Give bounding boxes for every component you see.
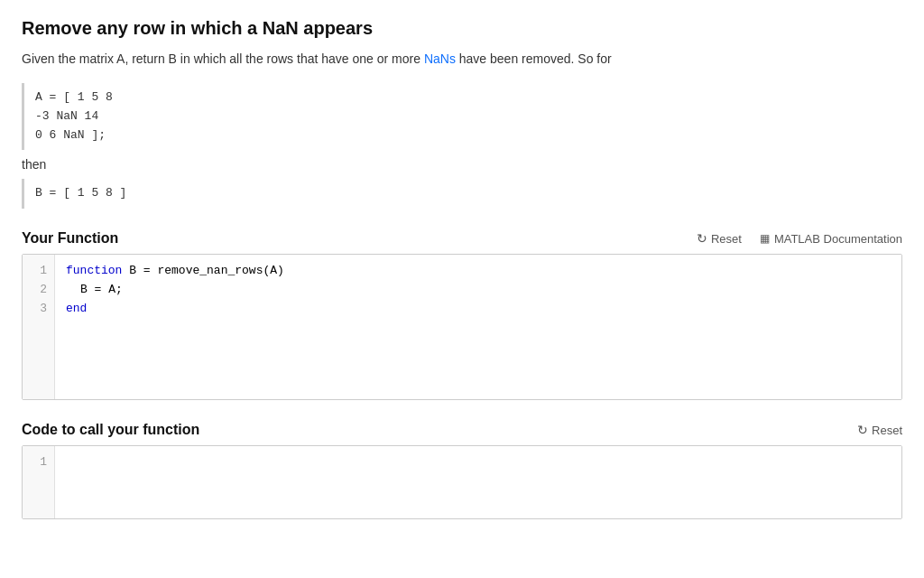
- then-label: then: [22, 157, 902, 172]
- code-editor[interactable]: 1 2 3 function B = remove_nan_rows(A) B …: [23, 255, 901, 399]
- line-numbers: 1 2 3: [23, 255, 55, 399]
- call-function-editor: 1: [22, 445, 902, 519]
- matlab-docs-button[interactable]: ▦ MATLAB Documentation: [760, 232, 902, 246]
- code-lines[interactable]: function B = remove_nan_rows(A) B = A; e…: [55, 255, 901, 399]
- call-line-numbers: 1: [23, 446, 55, 518]
- reset-icon: ↻: [697, 231, 707, 246]
- line-num-1: 1: [23, 262, 54, 281]
- line-num-3: 3: [23, 300, 54, 319]
- your-function-actions: ↻ Reset ▦ MATLAB Documentation: [697, 231, 902, 246]
- matrix-b-code: B = [ 1 5 8 ]: [22, 179, 902, 209]
- call-function-title: Code to call your function: [22, 422, 199, 438]
- keyword-function: function: [66, 264, 122, 277]
- code-line-1: function B = remove_nan_rows(A): [66, 262, 891, 281]
- call-code-editor[interactable]: 1: [23, 446, 901, 518]
- reset-label: Reset: [711, 232, 742, 246]
- call-function-section-header: Code to call your function ↻ Reset: [22, 422, 902, 438]
- keyword-end: end: [66, 302, 87, 315]
- code-line-2: B = A;: [66, 281, 891, 300]
- call-reset-label: Reset: [872, 424, 902, 437]
- docs-icon: ▦: [760, 232, 770, 245]
- page-title: Remove any row in which a NaN appears: [22, 18, 902, 39]
- call-function-reset-button[interactable]: ↻ Reset: [857, 423, 902, 437]
- call-reset-icon: ↻: [857, 423, 868, 437]
- your-function-title: Your Function: [22, 230, 118, 247]
- nan-link[interactable]: NaNs: [424, 51, 456, 66]
- matlab-docs-label: MATLAB Documentation: [774, 232, 902, 246]
- code-b-assign: B = A;: [80, 283, 123, 296]
- your-function-reset-button[interactable]: ↻ Reset: [697, 231, 742, 246]
- code-line-3: end: [66, 300, 891, 319]
- call-line-num-1: 1: [23, 453, 54, 472]
- call-code-lines[interactable]: [55, 446, 901, 518]
- description: Given the matrix A, return B in which al…: [22, 50, 902, 69]
- line-num-2: 2: [23, 281, 54, 300]
- call-code-line-1: [66, 453, 891, 472]
- your-function-editor: 1 2 3 function B = remove_nan_rows(A) B …: [22, 254, 902, 400]
- matrix-a-code: A = [ 1 5 8 -3 NaN 14 0 6 NaN ];: [22, 83, 902, 150]
- code-function-sig: B = remove_nan_rows(A): [122, 264, 283, 277]
- your-function-section-header: Your Function ↻ Reset ▦ MATLAB Documenta…: [22, 230, 902, 247]
